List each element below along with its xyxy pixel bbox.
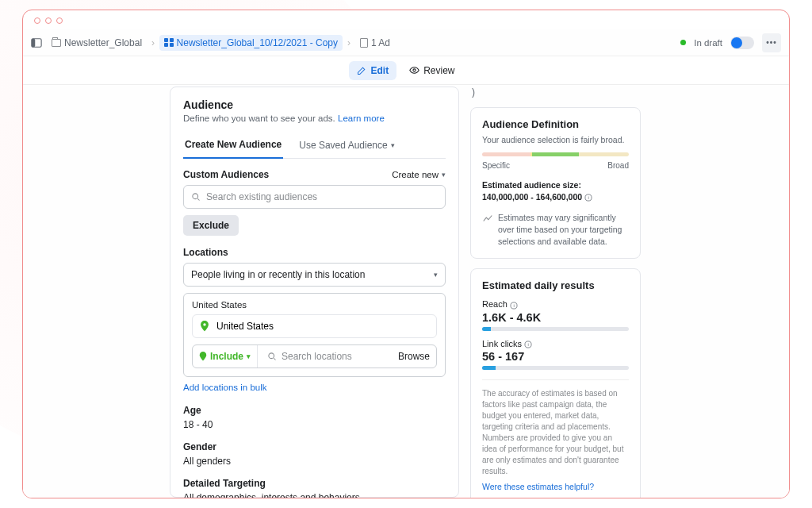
reach-label: Reach: [482, 299, 508, 309]
map-pin-icon: [199, 321, 210, 332]
chevron-right-icon: ›: [347, 37, 350, 48]
definition-title: Audience Definition: [482, 118, 629, 130]
svg-text:i: i: [588, 195, 588, 200]
gender-label: Gender: [183, 441, 446, 452]
chevron-down-icon: ▾: [442, 171, 446, 179]
definition-note: Estimates may vary significantly over ti…: [498, 212, 629, 247]
breadcrumb-campaign[interactable]: Newsletter_Global: [47, 35, 147, 51]
breadcrumb-campaign-label: Newsletter_Global: [64, 37, 142, 48]
exclude-button[interactable]: Exclude: [183, 215, 239, 236]
audience-subtitle: Define who you want to see your ads. Lea…: [183, 114, 446, 123]
reach-bar: [482, 327, 629, 331]
size-label: Estimated audience size:: [482, 180, 581, 190]
tab-create-new-audience[interactable]: Create New Audience: [183, 134, 283, 159]
minimize-dot[interactable]: [45, 17, 52, 24]
more-menu-button[interactable]: •••: [762, 33, 781, 52]
info-icon[interactable]: i: [524, 341, 532, 348]
chevron-right-icon: ›: [151, 37, 155, 48]
clicks-label: Link clicks: [482, 339, 522, 348]
location-type-select[interactable]: People living in or recently in this loc…: [183, 263, 446, 287]
folder-icon: [52, 39, 61, 47]
adset-icon: [164, 38, 174, 48]
breadcrumb-adset-label: Newsletter_Global_10/12/2021 - Copy: [177, 37, 338, 48]
search-icon: [191, 192, 201, 202]
custom-audiences-label: Custom Audiences: [183, 169, 269, 180]
audience-title: Audience: [183, 98, 446, 111]
pencil-icon: [357, 66, 366, 75]
audience-meter: [482, 152, 629, 156]
audience-definition-card: Audience Definition Your audience select…: [470, 107, 641, 259]
review-mode-button[interactable]: Review: [401, 61, 462, 80]
info-icon[interactable]: i: [510, 302, 518, 310]
app-window: Newsletter_Global › Newsletter_Global_10…: [22, 10, 790, 498]
audience-card: Audience Define who you want to see your…: [170, 87, 459, 498]
chevron-down-icon: ▾: [391, 141, 395, 149]
maximize-dot[interactable]: [56, 17, 63, 24]
browse-locations-button[interactable]: Browse: [398, 351, 430, 362]
clicks-bar: [482, 366, 629, 370]
location-search-row: Include ▾ Search locations Browse: [192, 344, 437, 368]
breadcrumb-bar: Newsletter_Global › Newsletter_Global_10…: [23, 29, 789, 56]
location-search-input[interactable]: Search locations: [264, 345, 392, 368]
create-new-audience-button[interactable]: Create new▾: [392, 170, 446, 179]
tab-use-saved-audience[interactable]: Use Saved Audience▾: [297, 134, 396, 158]
trend-icon: [482, 213, 493, 224]
ad-icon: [360, 38, 368, 48]
svg-point-6: [269, 353, 274, 359]
draft-status-label: In draft: [694, 38, 722, 48]
size-value: 140,000,000 - 164,600,000: [482, 192, 582, 202]
detailed-targeting-label: Detailed Targeting: [183, 478, 446, 489]
results-disclaimer: The accuracy of estimates is based on fa…: [482, 379, 629, 477]
location-chip-label: United States: [216, 321, 274, 332]
location-chip-united-states[interactable]: United States: [192, 314, 437, 338]
custom-audience-search-input[interactable]: Search existing audiences: [183, 185, 446, 209]
chevron-down-icon: ▾: [434, 271, 438, 279]
age-label: Age: [183, 405, 446, 416]
panel-toggle-icon[interactable]: [31, 37, 42, 48]
gender-value: All genders: [183, 456, 446, 467]
locations-label: Locations: [183, 247, 446, 258]
estimated-results-card: Estimated daily results Reach i 1.6K - 4…: [470, 268, 641, 498]
age-value: 18 - 40: [183, 419, 446, 430]
scale-broad: Broad: [607, 161, 629, 170]
close-dot[interactable]: [34, 17, 40, 24]
svg-point-3: [193, 194, 198, 199]
reach-value: 1.6K - 4.6K: [482, 311, 629, 324]
stray-paren: ): [470, 87, 641, 98]
svg-line-7: [274, 358, 275, 360]
results-title: Estimated daily results: [482, 279, 629, 291]
chevron-down-icon: ▾: [247, 352, 251, 360]
add-locations-bulk-link[interactable]: Add locations in bulk: [183, 383, 266, 392]
svg-text:i: i: [528, 342, 529, 347]
svg-rect-1: [32, 38, 35, 47]
publish-toggle[interactable]: [730, 37, 754, 49]
map-pin-icon: [199, 352, 207, 361]
svg-text:i: i: [513, 302, 514, 307]
audience-tabs: Create New Audience Use Saved Audience▾: [183, 134, 446, 159]
edit-mode-button[interactable]: Edit: [349, 61, 396, 80]
learn-more-link[interactable]: Learn more: [338, 114, 385, 123]
svg-point-5: [203, 323, 205, 325]
info-icon[interactable]: i: [584, 194, 592, 202]
breadcrumb-ad[interactable]: 1 Ad: [355, 35, 395, 51]
mode-switch-bar: Edit Review: [23, 56, 789, 85]
location-country-header: United States: [192, 300, 437, 310]
breadcrumb-ad-label: 1 Ad: [371, 37, 390, 48]
location-type-value: People living in or recently in this loc…: [191, 269, 365, 280]
svg-line-4: [197, 198, 199, 200]
estimates-helpful-link[interactable]: Were these estimates helpful?: [482, 482, 594, 491]
window-controls: [23, 10, 789, 29]
locations-box: United States United States Include ▾ Se…: [183, 293, 446, 377]
clicks-value: 56 - 167: [482, 350, 629, 363]
edit-label: Edit: [370, 65, 389, 76]
search-icon: [267, 352, 277, 361]
status-indicator-icon: [680, 40, 686, 45]
search-placeholder: Search existing audiences: [206, 191, 317, 202]
breadcrumb-adset[interactable]: Newsletter_Global_10/12/2021 - Copy: [159, 35, 343, 51]
definition-subtitle: Your audience selection is fairly broad.: [482, 135, 629, 144]
svg-point-2: [413, 69, 416, 71]
scale-specific: Specific: [482, 161, 510, 170]
include-dropdown[interactable]: Include ▾: [193, 345, 258, 368]
review-label: Review: [423, 65, 454, 76]
eye-icon: [409, 65, 419, 75]
